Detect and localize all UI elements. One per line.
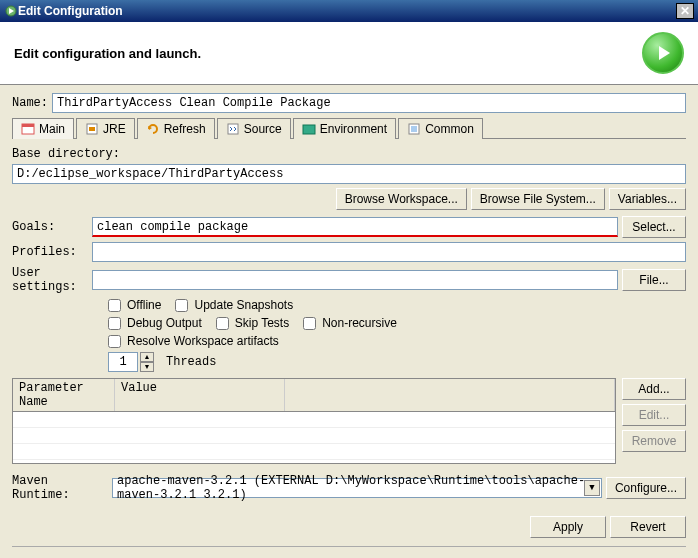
- name-label: Name:: [12, 96, 52, 110]
- svg-rect-2: [22, 124, 34, 127]
- tab-common[interactable]: Common: [398, 118, 483, 139]
- goals-select-button[interactable]: Select...: [622, 216, 686, 238]
- jre-icon: [85, 122, 99, 136]
- table-row[interactable]: [13, 412, 615, 428]
- threads-up-button[interactable]: ▲: [140, 352, 154, 362]
- resolve-workspace-checkbox[interactable]: Resolve Workspace artifacts: [108, 334, 279, 348]
- browse-workspace-button[interactable]: Browse Workspace...: [336, 188, 467, 210]
- table-row[interactable]: [13, 428, 615, 444]
- variables-button[interactable]: Variables...: [609, 188, 686, 210]
- skip-tests-checkbox[interactable]: Skip Tests: [216, 316, 289, 330]
- offline-checkbox[interactable]: Offline: [108, 298, 161, 312]
- svg-rect-8: [411, 126, 417, 132]
- add-button[interactable]: Add...: [622, 378, 686, 400]
- table-header-value: Value: [115, 379, 285, 411]
- base-directory-label: Base directory:: [12, 147, 686, 161]
- run-icon: [642, 32, 684, 74]
- base-directory-input[interactable]: [12, 164, 686, 184]
- table-header-name: Parameter Name: [13, 379, 115, 411]
- threads-down-button[interactable]: ▼: [140, 362, 154, 372]
- goals-label: Goals:: [12, 220, 92, 234]
- chevron-down-icon: ▼: [584, 480, 600, 496]
- svg-rect-4: [89, 127, 95, 131]
- tab-main[interactable]: Main: [12, 118, 74, 139]
- table-header-blank: [285, 379, 615, 411]
- header-text: Edit configuration and launch.: [14, 46, 642, 61]
- source-icon: [226, 122, 240, 136]
- goals-input[interactable]: [92, 217, 618, 237]
- parameters-table[interactable]: Parameter Name Value: [12, 378, 616, 464]
- common-icon: [407, 122, 421, 136]
- debug-output-checkbox[interactable]: Debug Output: [108, 316, 202, 330]
- update-snapshots-checkbox[interactable]: Update Snapshots: [175, 298, 293, 312]
- tab-environment[interactable]: Environment: [293, 118, 396, 139]
- table-row[interactable]: [13, 460, 615, 464]
- non-recursive-checkbox[interactable]: Non-recursive: [303, 316, 397, 330]
- user-settings-input[interactable]: [92, 270, 618, 290]
- svg-rect-6: [303, 125, 315, 134]
- tab-refresh[interactable]: Refresh: [137, 118, 215, 139]
- main-icon: [21, 122, 35, 136]
- maven-runtime-select[interactable]: apache-maven-3.2.1 (EXTERNAL D:\MyWorksp…: [112, 478, 602, 498]
- titlebar-title: Edit Configuration: [18, 4, 676, 18]
- profiles-label: Profiles:: [12, 245, 92, 259]
- tab-jre[interactable]: JRE: [76, 118, 135, 139]
- revert-button[interactable]: Revert: [610, 516, 686, 538]
- threads-spinner[interactable]: ▲ ▼: [108, 352, 154, 372]
- profiles-input[interactable]: [92, 242, 686, 262]
- maven-runtime-label: Maven Runtime:: [12, 474, 112, 502]
- threads-value[interactable]: [108, 352, 138, 372]
- remove-button: Remove: [622, 430, 686, 452]
- browse-filesystem-button[interactable]: Browse File System...: [471, 188, 605, 210]
- titlebar: Edit Configuration ✕: [0, 0, 698, 22]
- configure-button[interactable]: Configure...: [606, 477, 686, 499]
- name-input[interactable]: [52, 93, 686, 113]
- threads-label: Threads: [166, 355, 216, 369]
- tab-bar: Main JRE Refresh Source Environment Comm…: [12, 117, 686, 139]
- close-icon[interactable]: ✕: [676, 3, 694, 19]
- edit-button: Edit...: [622, 404, 686, 426]
- table-row[interactable]: [13, 444, 615, 460]
- user-settings-file-button[interactable]: File...: [622, 269, 686, 291]
- dialog-header: Edit configuration and launch.: [0, 22, 698, 85]
- apply-button[interactable]: Apply: [530, 516, 606, 538]
- refresh-icon: [146, 122, 160, 136]
- user-settings-label: User settings:: [12, 266, 92, 294]
- tab-source[interactable]: Source: [217, 118, 291, 139]
- app-icon: [4, 4, 18, 18]
- environment-icon: [302, 122, 316, 136]
